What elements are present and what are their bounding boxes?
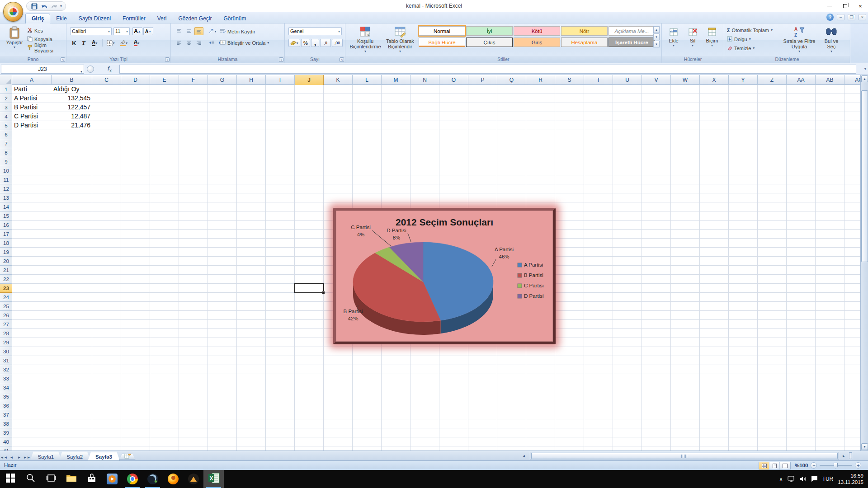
ribbon-tab-sayfa-düzeni[interactable]: Sayfa Düzeni — [73, 14, 117, 23]
column-header-J[interactable]: J — [295, 75, 324, 85]
row-header-11[interactable]: 11 — [0, 175, 12, 184]
column-header-Z[interactable]: Z — [758, 75, 787, 85]
taskbar-icon-excel[interactable]: X — [203, 470, 224, 488]
data-cell-B1[interactable]: Aldığı Oy — [52, 85, 92, 94]
taskbar-icon-file-explorer[interactable] — [61, 470, 81, 488]
data-cell-A3[interactable]: B Partisi — [12, 103, 52, 112]
cell-style-6[interactable]: Bağlı Hücre — [419, 38, 465, 47]
column-header-A[interactable]: A — [12, 75, 52, 85]
cell-style-3[interactable]: Kötü — [514, 26, 560, 36]
page-break-view-button[interactable] — [780, 462, 790, 469]
column-header-L[interactable]: L — [353, 75, 382, 85]
ribbon-tab-formüller[interactable]: Formüller — [117, 14, 151, 23]
restore-button[interactable] — [837, 0, 853, 12]
selected-cell-J23[interactable] — [294, 283, 324, 293]
row-header-36[interactable]: 36 — [0, 401, 12, 410]
help-icon[interactable]: ? — [826, 14, 834, 21]
workbook-close-button[interactable]: × — [859, 14, 866, 20]
column-header-T[interactable]: T — [584, 75, 613, 85]
data-cell-A5[interactable]: D Partisi — [12, 121, 52, 130]
column-header-N[interactable]: N — [410, 75, 439, 85]
copy-button[interactable]: Kopyala — [27, 35, 66, 43]
column-header-Q[interactable]: Q — [497, 75, 526, 85]
sayi-dialog-launcher[interactable]: ↘ — [340, 57, 344, 62]
select-all-corner[interactable] — [0, 75, 12, 85]
workbook-minimize-button[interactable]: – — [837, 14, 844, 20]
network-icon[interactable] — [788, 476, 795, 482]
row-header-32[interactable]: 32 — [0, 365, 12, 374]
comma-style-button[interactable]: , — [311, 39, 319, 47]
horizontal-scroll-thumb[interactable] — [531, 453, 838, 459]
shrink-font-button[interactable]: A▼ — [143, 27, 153, 35]
column-header-I[interactable]: I — [266, 75, 295, 85]
insert-cells-button[interactable]: Ekle▾ — [665, 27, 683, 47]
row-header-30[interactable]: 30 — [0, 347, 12, 356]
row-header-13[interactable]: 13 — [0, 193, 12, 202]
scroll-up-icon[interactable]: ▲ — [861, 75, 868, 82]
row-header-6[interactable]: 6 — [0, 130, 12, 139]
ribbon-tab-veri[interactable]: Veri — [151, 14, 173, 23]
row-header-35[interactable]: 35 — [0, 392, 12, 401]
column-header-AA[interactable]: AA — [787, 75, 816, 85]
row-header-9[interactable]: 9 — [0, 157, 12, 166]
row-header-21[interactable]: 21 — [0, 266, 12, 275]
align-bottom-button[interactable] — [194, 27, 203, 35]
row-header-7[interactable]: 7 — [0, 139, 12, 148]
column-header-C[interactable]: C — [92, 75, 121, 85]
ribbon-tab-gözden-geçir[interactable]: Gözden Geçir — [172, 14, 217, 23]
delete-cells-button[interactable]: Sil▾ — [684, 27, 701, 47]
taskbar-icon-daemon-tools[interactable] — [142, 470, 163, 488]
clock[interactable]: 16:5913.11.2015 — [838, 473, 863, 485]
row-header-10[interactable]: 10 — [0, 166, 12, 175]
paste-button[interactable]: Yapıştır ▾ — [4, 26, 25, 49]
fill-color-button[interactable]: ▾ — [118, 39, 130, 47]
minimize-button[interactable] — [822, 0, 837, 12]
column-header-AB[interactable]: AB — [816, 75, 844, 85]
row-header-23[interactable]: 23 — [0, 284, 12, 293]
column-header-O[interactable]: O — [439, 75, 468, 85]
scroll-down-icon[interactable]: ▼ — [861, 443, 868, 450]
row-header-26[interactable]: 26 — [0, 311, 12, 320]
row-header-1[interactable]: 1 — [0, 85, 12, 94]
row-header-3[interactable]: 3 — [0, 103, 12, 112]
cell-style-1[interactable]: Normal — [419, 26, 465, 36]
row-header-2[interactable]: 2 — [0, 94, 12, 103]
grid-cells[interactable]: PartiAldığı OyA Partisi132,545B Partisi1… — [12, 85, 868, 450]
column-header-S[interactable]: S — [555, 75, 584, 85]
find-select-button[interactable]: Bul ve Seç▾ — [818, 26, 844, 53]
number-format-select[interactable]: Genel▾ — [288, 27, 342, 35]
sheet-tab-sayfa1[interactable]: Sayfa1 — [30, 452, 61, 461]
horizontal-scrollbar[interactable] — [530, 452, 839, 460]
align-left-button[interactable] — [175, 39, 184, 47]
gallery-up-icon[interactable]: ▲ — [653, 26, 660, 33]
increase-decimal-button[interactable]: ,0 — [320, 39, 331, 47]
row-header-38[interactable]: 38 — [0, 419, 12, 428]
action-center-icon[interactable] — [811, 476, 818, 482]
cell-style-8[interactable]: Giriş — [514, 38, 560, 47]
autosum-button[interactable]: ΣOtomatik Toplam▾ — [727, 26, 773, 34]
gallery-down-icon[interactable]: ▼ — [653, 33, 660, 40]
row-header-14[interactable]: 14 — [0, 202, 12, 211]
percent-style-button[interactable]: % — [301, 39, 310, 47]
formula-input[interactable] — [119, 65, 856, 74]
row-header-31[interactable]: 31 — [0, 356, 12, 365]
name-box[interactable]: J23▾ — [1, 65, 84, 74]
data-cell-B5[interactable]: 21,476 — [52, 121, 92, 130]
font-name-select[interactable]: Calibri▾ — [70, 27, 112, 35]
row-header-39[interactable]: 39 — [0, 428, 12, 437]
align-top-button[interactable] — [175, 27, 184, 35]
format-painter-button[interactable]: Biçim Boyacısı — [27, 44, 66, 52]
column-header-F[interactable]: F — [179, 75, 208, 85]
zoom-slider-thumb[interactable] — [834, 463, 838, 469]
hizalama-dialog-launcher[interactable]: ↘ — [279, 57, 283, 62]
sheet-tab-sayfa2[interactable]: Sayfa2 — [59, 452, 90, 461]
yazi-tipi-dialog-launcher[interactable]: ↘ — [165, 57, 170, 62]
column-header-X[interactable]: X — [700, 75, 729, 85]
fill-button[interactable]: Dolgu▾ — [727, 35, 773, 43]
zoom-out-icon[interactable]: − — [811, 462, 817, 469]
hscroll-left-icon[interactable]: ◄ — [520, 452, 528, 460]
cell-style-9[interactable]: Hesaplama — [561, 38, 608, 47]
cell-style-10[interactable]: İşaretli Hücre — [609, 38, 655, 47]
column-header-B[interactable]: B — [52, 75, 92, 85]
column-header-M[interactable]: M — [382, 75, 410, 85]
